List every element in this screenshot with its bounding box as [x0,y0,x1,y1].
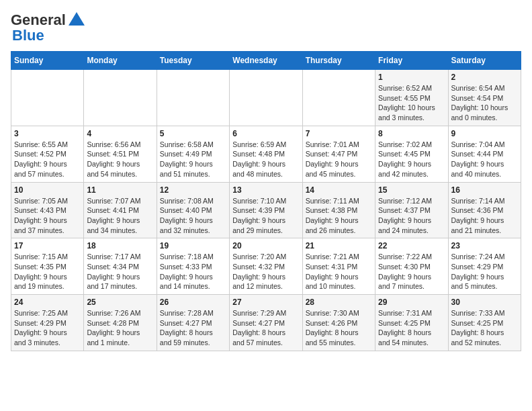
day-cell: 11Sunrise: 7:07 AM Sunset: 4:41 PM Dayli… [84,182,157,238]
header-cell-thursday: Thursday [302,52,375,70]
day-cell: 26Sunrise: 7:28 AM Sunset: 4:27 PM Dayli… [157,295,229,351]
week-row-2: 3Sunrise: 6:55 AM Sunset: 4:52 PM Daylig… [11,126,521,182]
day-number: 11 [87,185,153,195]
day-number: 1 [378,73,445,82]
header-cell-monday: Monday [84,52,157,70]
day-number: 4 [87,129,153,138]
day-info: Sunrise: 7:25 AM Sunset: 4:29 PM Dayligh… [14,308,81,348]
day-number: 21 [306,241,372,250]
day-number: 20 [232,241,299,250]
week-row-5: 24Sunrise: 7:25 AM Sunset: 4:29 PM Dayli… [11,295,521,351]
day-cell: 10Sunrise: 7:05 AM Sunset: 4:43 PM Dayli… [11,182,84,238]
day-info: Sunrise: 7:12 AM Sunset: 4:37 PM Dayligh… [378,196,445,236]
header-cell-sunday: Sunday [11,52,84,70]
day-number: 18 [87,241,153,250]
day-cell: 19Sunrise: 7:18 AM Sunset: 4:33 PM Dayli… [157,238,229,295]
calendar-table: SundayMondayTuesdayWednesdayThursdayFrid… [11,51,521,351]
logo: General Blue [11,11,86,44]
day-info: Sunrise: 7:02 AM Sunset: 4:45 PM Dayligh… [378,140,445,179]
day-info: Sunrise: 6:58 AM Sunset: 4:49 PM Dayligh… [160,140,226,179]
day-info: Sunrise: 7:24 AM Sunset: 4:29 PM Dayligh… [451,252,518,291]
day-info: Sunrise: 7:33 AM Sunset: 4:25 PM Dayligh… [451,308,518,348]
header-cell-friday: Friday [375,52,448,70]
day-number: 25 [87,298,153,307]
day-cell: 30Sunrise: 7:33 AM Sunset: 4:25 PM Dayli… [448,295,521,351]
day-cell: 14Sunrise: 7:11 AM Sunset: 4:38 PM Dayli… [302,182,375,238]
page-header: General Blue [11,11,521,44]
day-cell: 18Sunrise: 7:17 AM Sunset: 4:34 PM Dayli… [84,238,157,295]
day-number: 6 [232,129,299,138]
week-row-3: 10Sunrise: 7:05 AM Sunset: 4:43 PM Dayli… [11,182,521,238]
day-number: 13 [232,185,299,195]
day-info: Sunrise: 7:26 AM Sunset: 4:28 PM Dayligh… [87,308,153,348]
logo-icon [67,11,86,30]
day-number: 9 [451,129,518,138]
day-cell: 8Sunrise: 7:02 AM Sunset: 4:45 PM Daylig… [375,126,448,182]
day-info: Sunrise: 6:52 AM Sunset: 4:55 PM Dayligh… [378,83,445,123]
day-number: 23 [451,241,518,250]
day-number: 10 [14,185,81,195]
day-cell: 21Sunrise: 7:21 AM Sunset: 4:31 PM Dayli… [302,238,375,295]
day-info: Sunrise: 7:28 AM Sunset: 4:27 PM Dayligh… [160,308,226,348]
day-number: 15 [378,185,445,195]
day-cell: 1Sunrise: 6:52 AM Sunset: 4:55 PM Daylig… [375,70,448,126]
day-cell: 27Sunrise: 7:29 AM Sunset: 4:27 PM Dayli… [230,295,302,351]
day-info: Sunrise: 7:04 AM Sunset: 4:44 PM Dayligh… [451,140,518,179]
day-cell: 28Sunrise: 7:30 AM Sunset: 4:26 PM Dayli… [302,295,375,351]
day-info: Sunrise: 7:11 AM Sunset: 4:38 PM Dayligh… [306,196,372,236]
day-cell: 16Sunrise: 7:14 AM Sunset: 4:36 PM Dayli… [448,182,521,238]
day-cell: 2Sunrise: 6:54 AM Sunset: 4:54 PM Daylig… [448,70,521,126]
day-cell: 22Sunrise: 7:22 AM Sunset: 4:30 PM Dayli… [375,238,448,295]
calendar-body: 1Sunrise: 6:52 AM Sunset: 4:55 PM Daylig… [11,70,521,351]
day-info: Sunrise: 6:56 AM Sunset: 4:51 PM Dayligh… [87,140,153,179]
day-cell: 3Sunrise: 6:55 AM Sunset: 4:52 PM Daylig… [11,126,84,182]
day-cell: 17Sunrise: 7:15 AM Sunset: 4:35 PM Dayli… [11,238,84,295]
day-info: Sunrise: 7:18 AM Sunset: 4:33 PM Dayligh… [160,252,226,291]
day-number: 3 [14,129,81,138]
day-cell [84,70,157,126]
day-number: 22 [378,241,445,250]
day-number: 2 [451,73,518,82]
header-row: SundayMondayTuesdayWednesdayThursdayFrid… [11,52,521,70]
day-info: Sunrise: 6:55 AM Sunset: 4:52 PM Dayligh… [14,140,81,179]
day-cell: 7Sunrise: 7:01 AM Sunset: 4:47 PM Daylig… [302,126,375,182]
day-number: 8 [378,129,445,138]
day-info: Sunrise: 7:08 AM Sunset: 4:40 PM Dayligh… [160,196,226,236]
day-number: 5 [160,129,226,138]
day-number: 14 [306,185,372,195]
day-number: 12 [160,185,226,195]
day-number: 29 [378,298,445,307]
day-cell: 4Sunrise: 6:56 AM Sunset: 4:51 PM Daylig… [84,126,157,182]
day-info: Sunrise: 6:59 AM Sunset: 4:48 PM Dayligh… [232,140,299,179]
day-cell: 25Sunrise: 7:26 AM Sunset: 4:28 PM Dayli… [84,295,157,351]
day-number: 19 [160,241,226,250]
day-number: 28 [306,298,372,307]
day-info: Sunrise: 7:05 AM Sunset: 4:43 PM Dayligh… [14,196,81,236]
day-number: 27 [232,298,299,307]
day-info: Sunrise: 7:15 AM Sunset: 4:35 PM Dayligh… [14,252,81,291]
calendar-header: SundayMondayTuesdayWednesdayThursdayFrid… [11,52,521,70]
day-number: 24 [14,298,81,307]
day-info: Sunrise: 7:22 AM Sunset: 4:30 PM Dayligh… [378,252,445,291]
header-cell-wednesday: Wednesday [230,52,302,70]
day-cell: 15Sunrise: 7:12 AM Sunset: 4:37 PM Dayli… [375,182,448,238]
day-cell: 20Sunrise: 7:20 AM Sunset: 4:32 PM Dayli… [230,238,302,295]
header-cell-tuesday: Tuesday [157,52,229,70]
header-cell-saturday: Saturday [448,52,521,70]
day-info: Sunrise: 7:14 AM Sunset: 4:36 PM Dayligh… [451,196,518,236]
day-cell: 9Sunrise: 7:04 AM Sunset: 4:44 PM Daylig… [448,126,521,182]
day-cell: 24Sunrise: 7:25 AM Sunset: 4:29 PM Dayli… [11,295,84,351]
day-cell: 5Sunrise: 6:58 AM Sunset: 4:49 PM Daylig… [157,126,229,182]
day-info: Sunrise: 7:07 AM Sunset: 4:41 PM Dayligh… [87,196,153,236]
week-row-4: 17Sunrise: 7:15 AM Sunset: 4:35 PM Dayli… [11,238,521,295]
day-cell: 13Sunrise: 7:10 AM Sunset: 4:39 PM Dayli… [230,182,302,238]
day-info: Sunrise: 7:10 AM Sunset: 4:39 PM Dayligh… [232,196,299,236]
day-cell: 6Sunrise: 6:59 AM Sunset: 4:48 PM Daylig… [230,126,302,182]
day-number: 16 [451,185,518,195]
day-info: Sunrise: 7:29 AM Sunset: 4:27 PM Dayligh… [232,308,299,348]
day-info: Sunrise: 7:20 AM Sunset: 4:32 PM Dayligh… [232,252,299,291]
day-info: Sunrise: 7:30 AM Sunset: 4:26 PM Dayligh… [306,308,372,348]
day-info: Sunrise: 7:31 AM Sunset: 4:25 PM Dayligh… [378,308,445,348]
day-info: Sunrise: 7:01 AM Sunset: 4:47 PM Dayligh… [306,140,372,179]
day-cell: 29Sunrise: 7:31 AM Sunset: 4:25 PM Dayli… [375,295,448,351]
